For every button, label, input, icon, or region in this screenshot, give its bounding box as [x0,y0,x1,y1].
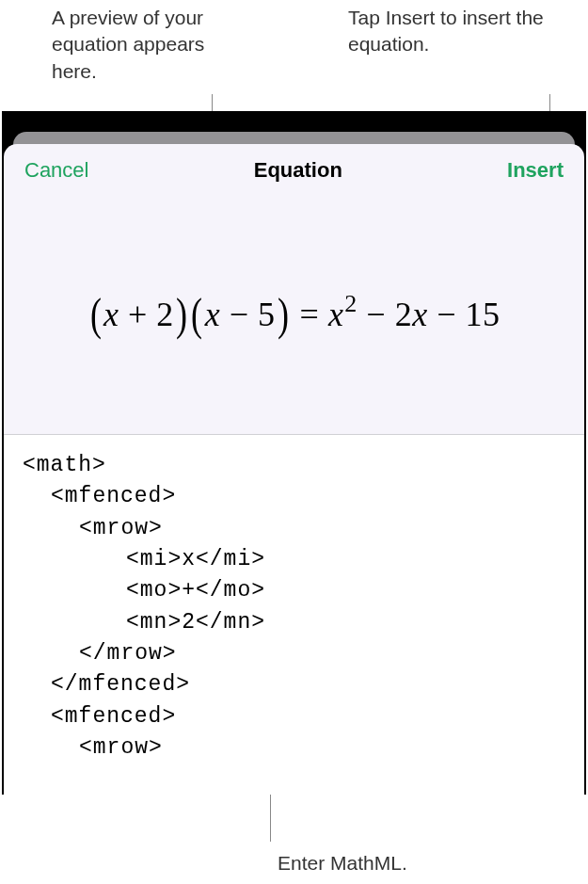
equation-preview-area: (x + 2)(x − 5) = x2 − 2x − 15 [4,194,584,434]
eq-num: 5 [258,296,276,333]
code-line: <mfenced> [23,701,565,732]
code-line: <math> [23,453,106,477]
eq-num: 2 [395,296,413,333]
eq-lparen: ( [90,288,102,340]
eq-num: 15 [465,296,500,333]
insert-button[interactable]: Insert [507,158,564,183]
code-line: <mrow> [23,732,565,763]
callout-preview: A preview of your equation appears here. [52,5,240,85]
callout-line [270,795,271,842]
code-line: <mfenced> [23,481,565,512]
eq-var-x: x [328,296,343,333]
callout-mathml: Enter MathML. [278,852,407,875]
eq-rparen: ) [278,288,289,340]
eq-var-x: x [205,296,220,333]
modal-header: Cancel Equation Insert [4,144,584,194]
device-frame: Cancel Equation Insert (x + 2)(x − 5) = … [2,111,586,795]
code-line: <mn>2</mn> [23,607,565,638]
eq-num: 2 [156,296,174,333]
mathml-input[interactable]: <math> <mfenced><mrow><mi>x</mi><mo>+</m… [4,435,584,795]
eq-var-x: x [412,296,427,333]
callout-insert: Tap Insert to insert the equation. [348,5,564,58]
eq-op-equals: = [291,296,328,333]
equation-modal: Cancel Equation Insert (x + 2)(x − 5) = … [4,144,584,795]
eq-rparen: ) [176,288,187,340]
equation-preview: (x + 2)(x − 5) = x2 − 2x − 15 [88,288,501,340]
eq-var-x: x [103,296,119,333]
eq-lparen: ( [191,288,202,340]
eq-op-minus: − [428,296,466,333]
modal-title: Equation [254,158,342,183]
code-line: <mi>x</mi> [23,544,565,575]
code-line: </mfenced> [23,669,565,700]
code-line: </mrow> [23,638,565,669]
code-line: <mrow> [23,513,565,544]
code-line: <mo>+</mo> [23,575,565,606]
cancel-button[interactable]: Cancel [24,158,88,183]
eq-op-minus: − [358,296,395,333]
eq-superscript: 2 [344,290,358,317]
eq-op-minus: − [220,296,258,333]
eq-op-plus: + [119,296,157,333]
